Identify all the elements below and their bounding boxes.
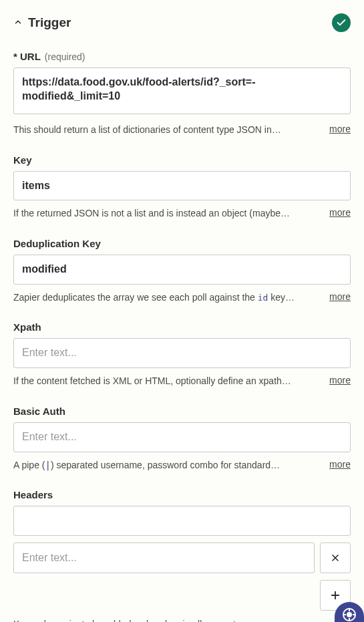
url-label: URL — [20, 51, 41, 62]
field-headers: Headers Key, value pairs to be added as … — [13, 489, 351, 622]
key-label: Key — [13, 154, 351, 166]
required-asterisk: * — [13, 51, 17, 62]
xpath-input[interactable] — [13, 338, 351, 368]
basic-auth-more-link[interactable]: more — [329, 459, 351, 470]
field-url: * URL (required) https://data.food.gov.u… — [13, 51, 351, 137]
url-input[interactable]: https://data.food.gov.uk/food-alerts/id?… — [13, 67, 351, 114]
dedup-help-text: Zapier deduplicates the array we see eac… — [13, 291, 321, 305]
key-more-link[interactable]: more — [329, 207, 351, 218]
section-title: Trigger — [28, 15, 71, 30]
key-input[interactable] — [13, 171, 351, 201]
field-xpath: Xpath If the content fetched is XML or H… — [13, 321, 351, 387]
svg-point-5 — [347, 613, 351, 617]
basic-auth-input[interactable] — [13, 422, 351, 452]
url-more-link[interactable]: more — [329, 124, 351, 134]
field-dedup: Deduplication Key Zapier deduplicates th… — [13, 238, 351, 304]
xpath-more-link[interactable]: more — [329, 375, 351, 385]
required-text: (required) — [45, 51, 85, 62]
field-key: Key If the returned JSON is not a list a… — [13, 154, 351, 220]
headers-key-input[interactable] — [13, 506, 351, 536]
basic-auth-help-text: A pipe (|) separated username, password … — [13, 459, 321, 472]
headers-label: Headers — [13, 489, 351, 500]
xpath-label: Xpath — [13, 321, 351, 333]
headers-value-input[interactable] — [13, 542, 315, 573]
dedup-label: Deduplication Key — [13, 238, 351, 249]
xpath-help-text: If the content fetched is XML or HTML, o… — [13, 375, 321, 388]
dedup-more-link[interactable]: more — [329, 291, 351, 302]
field-basic-auth: Basic Auth A pipe (|) separated username… — [13, 406, 351, 472]
url-help-text: This should return a list of dictionarie… — [13, 124, 321, 137]
chevron-up-icon[interactable] — [13, 17, 23, 29]
headers-help-text: Key, value pairs to be added as headers … — [13, 619, 351, 622]
dedup-input[interactable] — [13, 255, 351, 285]
section-header: Trigger — [13, 13, 351, 32]
status-check-icon — [332, 13, 351, 32]
basic-auth-label: Basic Auth — [13, 406, 351, 417]
remove-header-button[interactable] — [320, 542, 351, 573]
key-help-text: If the returned JSON is not a list and i… — [13, 207, 321, 220]
